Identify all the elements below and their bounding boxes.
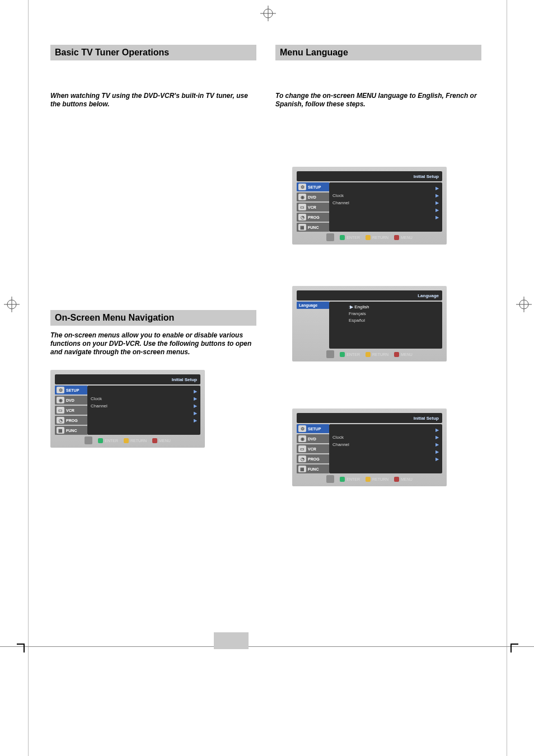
section-title-text: Basic TV Tuner Operations [55,48,169,58]
osd-footer-menu: MENU [152,436,171,444]
osd-tabs: ⚙SETUP ◉DVD ▭VCR ◔PROG ▦FUNC [55,386,87,435]
basic-tv-intro: When watching TV using the DVD-VCR's bui… [50,92,256,109]
osd-tab-prog[interactable]: ◔PROG [297,213,329,222]
osd-initial-setup-left: Initial Setup ⚙SETUP ◉DVD ▭VCR ◔PROG ▦FU… [50,370,205,448]
osd-row-label[interactable]: Channel [91,403,107,408]
section-title-text: Menu Language [280,48,348,58]
osd-footer-menu: MENU [394,350,413,358]
chevron-right-icon: ▶ [194,389,197,394]
disc-icon: ◉ [298,194,306,200]
gear-icon [326,350,334,358]
osd-tab-vcr[interactable]: ▭VCR [55,406,87,415]
grid-icon: ▦ [298,466,306,472]
osd-row-label[interactable]: Clock [91,396,102,401]
osd-title: Language [418,293,439,298]
disc-icon: ◉ [57,397,64,403]
gear-icon [326,475,334,483]
osd-footer-return: RETURN [366,475,388,483]
chevron-right-icon: ▶ [435,193,439,198]
disc-icon: ◉ [298,435,306,442]
osd-title: Initial Setup [414,416,439,421]
chevron-right-icon: ▶ [435,428,439,433]
tape-icon: ▭ [298,204,306,210]
section-title-text: On-Screen Menu Navigation [55,313,174,323]
chevron-right-icon: ▶ [435,215,439,220]
chevron-right-icon: ▶ [435,442,439,447]
osd-row-label[interactable]: Channel [332,442,349,447]
language-option-espanol[interactable]: Español [347,317,367,323]
osd-tab-func[interactable]: ▦FUNC [297,464,329,473]
osd-main: ▶ Clock▶ Channel▶ ▶ ▶ [87,386,200,435]
osd-footer-return: RETURN [366,350,388,358]
chevron-right-icon: ▶ [435,200,439,205]
gear-icon: ⚙ [298,425,306,432]
osd-tab-func[interactable]: ▦FUNC [55,426,87,435]
osd-initial-setup-right-1: Initial Setup ⚙SETUP ◉DVD ▭VCR ◔PROG ▦FU… [292,167,447,245]
registration-mark-left [4,297,20,312]
grid-icon: ▦ [298,224,306,231]
gear-icon [326,233,334,241]
clock-icon: ◔ [57,417,64,424]
menu-language-intro: To change the on-screen MENU language to… [275,92,481,109]
chevron-right-icon: ▶ [194,411,197,416]
osd-initial-setup-right-2: Initial Setup ⚙SETUP ◉DVD ▭VCR ◔PROG ▦FU… [292,408,447,486]
chevron-right-icon: ▶ [435,449,439,454]
osmn-intro: The on-screen menus allow you to enable … [50,331,256,356]
osd-tab-dvd[interactable]: ◉DVD [55,396,87,405]
gear-icon [85,436,92,444]
clock-icon: ◔ [298,456,306,462]
osd-footer-enter: ENTER [340,350,360,358]
language-tab-label[interactable]: Language [297,302,329,309]
osd-tab-prog[interactable]: ◔PROG [297,454,329,463]
osd-row-label[interactable]: Clock [332,435,344,440]
osd-row-label[interactable]: Clock [332,193,344,198]
osd-footer-enter: ENTER [340,475,360,483]
osd-tab-dvd[interactable]: ◉DVD [297,434,329,443]
osd-row-label[interactable]: Channel [332,200,349,205]
chevron-right-icon: ▶ [435,186,439,191]
osd-footer-return: RETURN [124,436,147,444]
osd-tab-setup[interactable]: ⚙SETUP [297,182,329,191]
cursor-icon: :▶ [349,304,353,309]
gear-icon: ⚙ [298,184,306,190]
registration-mark-top [260,6,276,21]
section-title-osmn: On-Screen Menu Navigation [50,310,256,326]
gear-icon: ⚙ [57,387,64,393]
clock-icon: ◔ [298,214,306,220]
chevron-right-icon: ▶ [435,457,439,462]
language-option-english[interactable]: :▶English [347,304,371,310]
osd-language: Language Language :▶English Français Esp… [292,286,447,361]
osd-tab-func[interactable]: ▦FUNC [297,223,329,232]
page-tab [214,632,249,649]
osd-footer-enter: ENTER [340,233,360,241]
language-option-francais[interactable]: Français [347,311,368,317]
section-title-basic-tv: Basic TV Tuner Operations [50,45,256,60]
section-title-menu-language: Menu Language [275,45,481,60]
chevron-right-icon: ▶ [194,418,197,423]
chevron-right-icon: ▶ [435,208,439,213]
osd-tab-setup[interactable]: ⚙SETUP [55,386,87,395]
osd-footer: ENTER RETURN MENU [55,435,200,445]
tape-icon: ▭ [298,445,306,452]
osd-tab-dvd[interactable]: ◉DVD [297,192,329,201]
registration-mark-right [516,297,532,312]
osd-footer-return: RETURN [366,233,388,241]
osd-tab-vcr[interactable]: ▭VCR [297,444,329,453]
osd-footer-enter: ENTER [98,436,118,444]
osd-title: Initial Setup [172,377,197,382]
chevron-right-icon: ▶ [435,435,439,440]
osd-tab-vcr[interactable]: ▭VCR [297,203,329,212]
osd-tab-setup[interactable]: ⚙SETUP [297,424,329,433]
osd-title: Initial Setup [414,174,439,179]
osd-tab-prog[interactable]: ◔PROG [55,416,87,425]
chevron-right-icon: ▶ [194,403,197,408]
chevron-right-icon: ▶ [194,396,197,401]
osd-footer-menu: MENU [394,233,413,241]
osd-footer-menu: MENU [394,475,413,483]
tape-icon: ▭ [57,407,64,414]
grid-icon: ▦ [57,427,64,434]
